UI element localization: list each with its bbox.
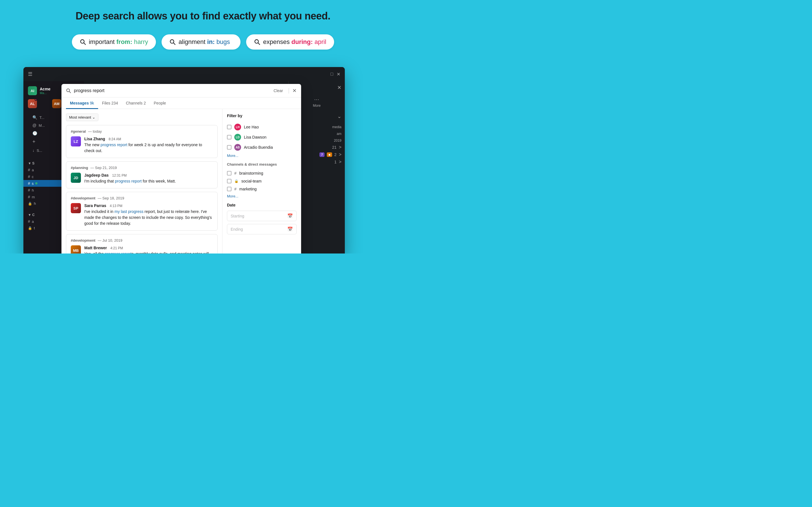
clock-icon: 🕐 (33, 131, 37, 135)
rp-number-1: 1 (335, 160, 337, 164)
avatar-initials-lz: LZ (71, 136, 81, 147)
calendar-end-icon: 📅 (287, 226, 293, 232)
result-4-time: 4:21 PM (110, 246, 123, 250)
channel-brainstorming: brainstorming (239, 171, 263, 175)
avatar-matt-brewer: MB (71, 245, 81, 253)
channels-more-btn[interactable]: More... (227, 194, 297, 198)
ellipsis-icon[interactable]: ⋯ (314, 96, 320, 103)
avatar-jagdeep-das: JD (71, 173, 81, 183)
result-1-sender: Lisa Zhang (84, 136, 105, 141)
workspace-status: Ma... (40, 91, 50, 95)
search-clear-btn[interactable]: Clear (273, 89, 283, 93)
result-card-2: #planning — Sep 21, 2019 JD Jagdeep Das … (66, 161, 218, 188)
rp-badge-orange: ■ (327, 152, 332, 157)
filter-by-label: Filter by (227, 114, 297, 118)
date-section: Date Starting 📅 Ending 📅 (227, 203, 297, 234)
filter-person-3: AB Arcadio Buendia (227, 142, 297, 152)
rp-chevron-right-2[interactable]: > (339, 152, 342, 157)
search-bar-icon (66, 88, 71, 93)
search-overlay: progress report Clear | ✕ Messages 9k Fi… (61, 84, 301, 253)
chevron-down-icon[interactable]: ⌄ (337, 113, 342, 119)
workspace-initials: AI (31, 89, 35, 93)
rp-number-21: 21 (332, 145, 337, 150)
filter-panel: Filter by LH Lee Hao LD Lisa Dawson (222, 109, 301, 253)
avatar-sara-parras: SP (71, 203, 81, 213)
page-headline: Deep search allows you to find exactly w… (6, 10, 400, 22)
checkbox-lee-hao[interactable] (227, 125, 232, 129)
window-resize-icon[interactable]: □ (331, 71, 333, 76)
search-tabs: Messages 9k Files 234 Channels 2 People (61, 98, 301, 109)
tab-files[interactable]: Files 234 (98, 98, 122, 109)
search-bar: progress report Clear | ✕ (61, 84, 301, 98)
result-2-content: Jagdeep Das 12:31 PM I'm including that … (84, 173, 213, 184)
search-pill-1[interactable]: important from: harry (72, 34, 156, 50)
rp-chevron-right[interactable]: > (339, 145, 342, 150)
avatar-initials-jd: JD (71, 173, 81, 183)
checkbox-lisa-dawson[interactable] (227, 135, 232, 139)
result-3-content: Sara Parras 4:13 PM I've included it in … (84, 203, 213, 226)
search-query-text[interactable]: progress report (74, 88, 271, 93)
result-4-header: #development — Jul 10, 2019 (71, 238, 213, 242)
workspace-name: Acme (40, 87, 50, 91)
hamburger-icon[interactable]: ☰ (28, 71, 33, 77)
result-3-time: 4:13 PM (110, 204, 122, 208)
pill-3-keyword: expenses (263, 38, 291, 45)
channel-name-6: h (34, 202, 36, 206)
checkbox-marketing[interactable] (227, 187, 232, 191)
dm-name-1: a (32, 219, 34, 224)
right-panel-close-btn[interactable]: ✕ (337, 84, 342, 91)
pill-1-text: important from: harry (89, 38, 148, 46)
result-2-text: I'm including that progress report for t… (84, 178, 213, 184)
tab-files-count: 234 (111, 101, 118, 105)
result-4-message: MB Matt Brewer 4:21 PM Yep, all the prog… (71, 245, 213, 253)
mentions-label: M... (39, 123, 45, 128)
result-2-date: — Sep 21, 2019 (90, 166, 117, 170)
titlebar-left: ☰ (28, 71, 33, 77)
search-close-btn[interactable]: ✕ (292, 88, 297, 94)
person-avatar-lisa: LD (234, 134, 241, 140)
titlebar: ☰ □ ✕ (23, 67, 345, 81)
starting-placeholder: Starting (231, 214, 244, 218)
svg-line-3 (173, 43, 175, 45)
starting-date-input[interactable]: Starting 📅 (227, 211, 297, 221)
result-4-channel: #development (71, 238, 95, 242)
pill-3-text: expenses during: april (263, 38, 326, 46)
tab-people[interactable]: People (150, 98, 170, 109)
window-close-icon[interactable]: ✕ (337, 71, 340, 77)
filter-channel-social: 🔒 social-team (227, 177, 297, 185)
result-4-sender: Matt Brewer (84, 245, 107, 250)
date-label: Date (227, 203, 297, 207)
checkbox-social[interactable] (227, 179, 232, 183)
search-sidebar-icon: 🔍 (33, 115, 37, 120)
sort-button[interactable]: Most relevant ⌄ (66, 114, 98, 121)
rp-number-2: 2 (335, 152, 337, 157)
page-header: Deep search allows you to find exactly w… (0, 0, 406, 27)
checkbox-arcadio[interactable] (227, 145, 232, 150)
search-pill-2[interactable]: alignment in: bugs (161, 34, 241, 50)
hash-icon-4: # (28, 188, 30, 192)
result-2-channel: #planning (71, 166, 88, 170)
ending-placeholder: Ending (231, 227, 243, 231)
tab-messages[interactable]: Messages 9k (66, 98, 98, 109)
person-avatar-arcadio: AB (234, 144, 241, 151)
dm-name-2: t (34, 226, 35, 230)
main-content: progress report Clear | ✕ Messages 9k Fi… (84, 81, 345, 253)
svg-line-7 (69, 91, 71, 93)
person-name-lee: Lee Hao (244, 125, 259, 129)
rp-chevron-right-3[interactable]: > (339, 159, 342, 165)
avatar-initials-mb: MB (71, 245, 81, 253)
search-pill-3[interactable]: expenses during: april (246, 34, 334, 50)
tab-channels[interactable]: Channels 2 (122, 98, 150, 109)
filter-person-2: LD Lisa Dawson (227, 132, 297, 142)
people-more-btn[interactable]: More... (227, 154, 297, 158)
online-dot (35, 182, 38, 184)
checkbox-brainstorming[interactable] (227, 171, 232, 175)
ending-date-input[interactable]: Ending 📅 (227, 224, 297, 234)
section-arrow: ▼ S (28, 161, 35, 165)
svg-line-1 (84, 43, 86, 45)
channel-name-5: m (32, 195, 35, 199)
sidebar-search-label: T... (40, 115, 44, 120)
result-1-content: Lisa Zhang 8:24 AM The new progress repo… (84, 136, 213, 154)
result-card-4: #development — Jul 10, 2019 MB Matt Brew… (66, 234, 218, 253)
result-1-date: — today (88, 129, 101, 133)
